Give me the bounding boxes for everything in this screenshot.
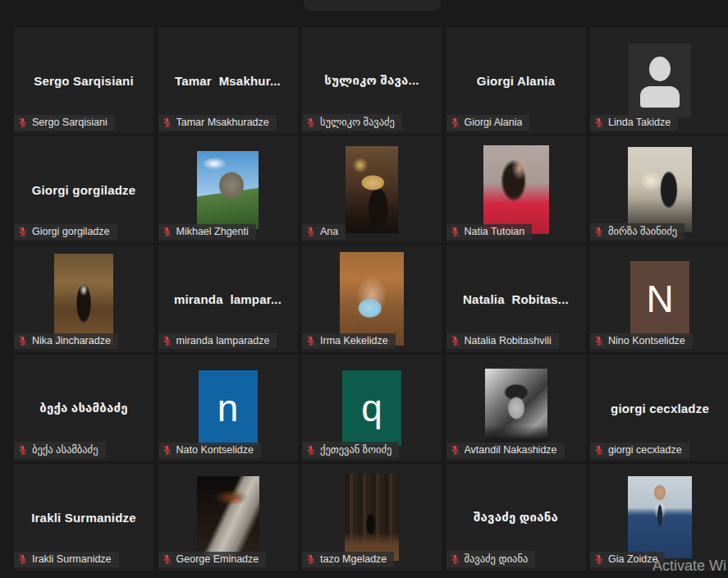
participant-name-center: Tamar Msakhur... bbox=[170, 74, 286, 88]
participant-video-still bbox=[340, 252, 404, 346]
participant-video-still bbox=[485, 369, 547, 447]
participant-label: Irakli Surmanidze bbox=[14, 552, 119, 567]
participant-label: Nino Kontselidze bbox=[590, 333, 693, 349]
muted-mic-icon bbox=[305, 226, 316, 237]
participant-tile[interactable]: NNino Kontselidze bbox=[590, 245, 728, 352]
participant-tile[interactable]: nNato Kontselidze bbox=[158, 355, 298, 461]
muted-mic-icon bbox=[450, 553, 460, 565]
muted-mic-icon bbox=[162, 553, 172, 565]
participant-tile[interactable]: Ana bbox=[302, 136, 442, 243]
participant-label-text: ქეთევან ზოიძე bbox=[320, 443, 391, 456]
participant-label-text: tazo Mgeladze bbox=[320, 553, 387, 565]
participant-tile[interactable]: Gia Zoidze bbox=[590, 464, 728, 571]
participant-label-text: Giorgi Alania bbox=[465, 117, 523, 128]
participant-video-still bbox=[197, 476, 259, 558]
participant-label-text: Gia Zoidze bbox=[608, 553, 657, 565]
muted-mic-icon bbox=[162, 226, 172, 237]
letter-avatar: n bbox=[199, 370, 258, 446]
letter-avatar-initial: n bbox=[217, 389, 239, 427]
muted-mic-icon bbox=[450, 335, 460, 346]
participant-label-text: Giorgi gorgiladze bbox=[32, 226, 110, 237]
participant-name-center: Giorgi gorgiladze bbox=[27, 183, 141, 197]
view-menu-pill[interactable] bbox=[304, 0, 441, 11]
muted-mic-icon bbox=[305, 553, 316, 565]
participant-tile[interactable]: Irakli SurmanidzeIrakli Surmanidze bbox=[14, 464, 153, 571]
participant-label-text: Linda Takidze bbox=[608, 117, 671, 128]
participant-name-center: giorgi cecxladze bbox=[606, 401, 714, 415]
participant-label-text: giorgi cecxladze bbox=[608, 444, 682, 456]
participant-name-center: Natalia Robitas... bbox=[458, 292, 574, 306]
participant-tile[interactable]: qქეთევან ზოიძე bbox=[302, 355, 442, 461]
participant-tile[interactable]: George Eminadze bbox=[158, 464, 298, 571]
participant-label-text: მირზა შაინიძე bbox=[608, 225, 677, 237]
participant-label-text: Tamar Msakhuradze bbox=[176, 117, 269, 128]
participant-tile[interactable]: Mikhael Zhgenti bbox=[158, 136, 298, 243]
participant-tile[interactable]: Linda Takidze bbox=[590, 27, 728, 134]
participant-tile[interactable]: Giorgi AlaniaGiorgi Alania bbox=[446, 27, 586, 134]
participant-label-text: Nika Jincharadze bbox=[32, 335, 111, 346]
muted-mic-icon bbox=[450, 117, 460, 128]
participant-tile[interactable]: ბექა ასამბაძებექა ასამბაძე bbox=[14, 355, 153, 461]
participant-label-text: Natia Tutoian bbox=[465, 226, 525, 237]
muted-mic-icon bbox=[162, 335, 172, 346]
participant-label: George Eminadze bbox=[158, 552, 267, 567]
participant-label-text: Ana bbox=[320, 226, 338, 237]
muted-mic-icon bbox=[17, 335, 28, 346]
participant-tile[interactable]: Nika Jincharadze bbox=[14, 245, 153, 352]
participant-label-text: Natalia Robitashvili bbox=[465, 335, 552, 346]
participant-name-center: Sergo Sarqisiani bbox=[29, 74, 139, 88]
participant-label: Natia Tutoian bbox=[446, 224, 533, 240]
participant-label: Tamar Msakhuradze bbox=[158, 115, 277, 131]
participant-video-still bbox=[197, 151, 259, 229]
muted-mic-icon bbox=[305, 117, 316, 128]
muted-mic-icon bbox=[162, 444, 172, 456]
participant-label: Irma Kekelidze bbox=[302, 333, 396, 349]
participant-tile[interactable]: giorgi cecxladzegiorgi cecxladze bbox=[590, 355, 728, 461]
participant-video-still bbox=[346, 146, 398, 233]
muted-mic-icon bbox=[162, 117, 172, 128]
participant-label: giorgi cecxladze bbox=[590, 443, 689, 458]
participant-label-text: Avtandil Nakashidze bbox=[465, 444, 557, 456]
participant-tile[interactable]: tazo Mgeladze bbox=[302, 464, 442, 571]
participant-label: miranda lamparadze bbox=[158, 333, 277, 349]
letter-avatar: N bbox=[630, 261, 689, 337]
participant-label: ბექა ასამბაძე bbox=[14, 442, 106, 458]
participant-label-text: ბექა ასამბაძე bbox=[32, 443, 98, 456]
participant-label: მირზა შაინიძე bbox=[590, 223, 685, 240]
participant-label: Sergo Sarqisiani bbox=[14, 115, 115, 131]
participant-tile[interactable]: Natia Tutoian bbox=[446, 136, 586, 243]
participant-tile[interactable]: Natalia Robitas...Natalia Robitashvili bbox=[446, 245, 586, 352]
participant-label: შავაძე დიანა bbox=[446, 551, 536, 567]
participant-tile[interactable]: სულიკო შავა...სულიკო შავაძე bbox=[302, 27, 442, 134]
participant-tile[interactable]: Tamar Msakhur...Tamar Msakhuradze bbox=[158, 27, 298, 134]
muted-mic-icon bbox=[305, 444, 316, 456]
participant-tile[interactable]: miranda lampar...miranda lamparadze bbox=[158, 245, 298, 352]
participant-name-center: შავაძე დიანა bbox=[469, 510, 563, 525]
participant-label: Natalia Robitashvili bbox=[446, 333, 559, 349]
participant-label: Giorgi Alania bbox=[446, 115, 530, 131]
gallery-grid: Sergo SarqisianiSergo SarqisianiTamar Ms… bbox=[14, 27, 728, 571]
participant-tile[interactable]: შავაძე დიანაშავაძე დიანა bbox=[446, 464, 586, 571]
muted-mic-icon bbox=[593, 553, 604, 565]
participant-name-center: ბექა ასამბაძე bbox=[34, 401, 133, 415]
participant-label-text: Irakli Surmanidze bbox=[32, 553, 112, 565]
participant-video-still bbox=[345, 474, 399, 561]
participant-tile[interactable]: Avtandil Nakashidze bbox=[446, 355, 586, 461]
participant-tile[interactable]: Giorgi gorgiladzeGiorgi gorgiladze bbox=[14, 136, 153, 243]
participant-label-text: Mikhael Zhgenti bbox=[176, 226, 249, 237]
participant-label-text: შავაძე დიანა bbox=[465, 553, 529, 565]
participant-label-text: George Eminadze bbox=[176, 553, 259, 565]
participant-label: tazo Mgeladze bbox=[302, 552, 394, 567]
letter-avatar-initial: N bbox=[646, 280, 673, 318]
silhouette-head bbox=[649, 57, 671, 81]
participant-label: ქეთევან ზოიძე bbox=[302, 442, 399, 458]
participant-tile[interactable]: Sergo SarqisianiSergo Sarqisiani bbox=[14, 27, 153, 134]
muted-mic-icon bbox=[593, 226, 604, 237]
participant-video-still bbox=[483, 145, 549, 234]
participant-tile[interactable]: Irma Kekelidze bbox=[302, 245, 442, 352]
muted-mic-icon bbox=[305, 335, 316, 346]
participant-tile[interactable]: მირზა შაინიძე bbox=[590, 136, 728, 243]
participant-label-text: Nato Kontselidze bbox=[176, 444, 254, 456]
participant-name-center: Giorgi Alania bbox=[472, 74, 560, 88]
participant-label: Giorgi gorgiladze bbox=[14, 224, 117, 240]
